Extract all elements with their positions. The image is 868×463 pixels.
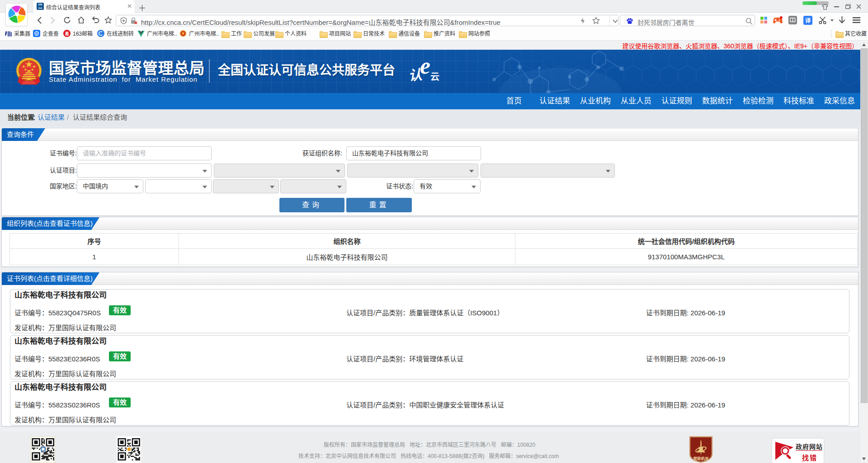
- svg-text:译: 译: [805, 18, 811, 24]
- svg-text:党政机关: 党政机关: [693, 456, 709, 461]
- svg-text:易: 易: [65, 32, 69, 36]
